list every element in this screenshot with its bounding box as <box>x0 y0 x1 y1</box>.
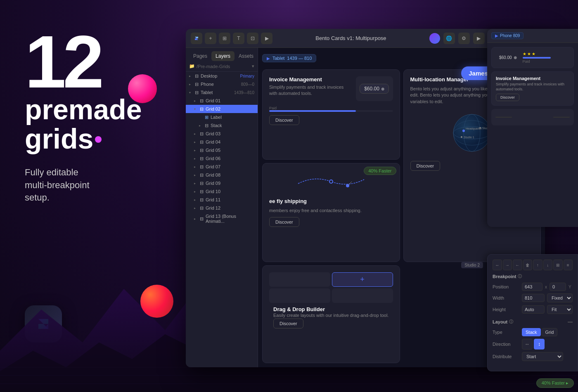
type-grid-btn[interactable]: Grid <box>542 328 558 336</box>
layer-grid11[interactable]: ▸ ⊟ Grid 11 <box>186 196 258 204</box>
layer-grid05[interactable]: ▸ ⊟ Grid 05 <box>186 146 258 154</box>
framer-menu-icon[interactable] <box>191 33 202 44</box>
prop-icon-7[interactable]: ⊞ <box>553 260 563 270</box>
shipping-discover-btn[interactable]: Discover <box>269 217 299 227</box>
expand-icon: ▸ <box>189 83 192 86</box>
studio2-label: Studio 2 <box>461 262 483 268</box>
width-input[interactable] <box>522 294 545 302</box>
text-icon[interactable]: T <box>233 33 244 44</box>
dnd-cell-3 <box>269 288 330 303</box>
layer-grid08[interactable]: ▸ ⊟ Grid 08 <box>186 171 258 179</box>
phone-header: ▶ Phone 809 <box>487 29 578 43</box>
shipping-desc: members enjoy free and contactless shipp… <box>269 208 393 214</box>
layer-tablet[interactable]: ▾ ⊟ Tablet 1439—810 <box>186 88 258 97</box>
globe-icon[interactable]: 🌐 <box>443 33 455 44</box>
tablet-layer-icon: ⊟ <box>194 90 199 95</box>
svg-point-11 <box>461 136 462 138</box>
layer-grid03[interactable]: ▸ ⊟ Grid 03 <box>186 130 258 138</box>
dnd-desc: Easily create layouts with our intuitive… <box>273 312 393 319</box>
layer-grid04[interactable]: ▸ ⊟ Grid 04 <box>186 138 258 146</box>
dir-vertical-btn[interactable]: ↕ <box>534 339 545 349</box>
distribute-select[interactable]: Start Center End Space Between <box>522 352 563 361</box>
phone-progress <box>523 57 569 59</box>
layer-grid01[interactable]: ▸ ⊟ Grid 01 <box>186 97 258 105</box>
panel-path: 📁 /Pre-made-Grids ▾ <box>186 61 258 72</box>
progress-bar <box>269 110 393 112</box>
layout-section: Layout ⓘ — Type Stack Grid Direction ↔ ↕… <box>493 319 573 361</box>
progress-fill <box>269 110 356 112</box>
prop-icon-1[interactable]: ↔ <box>493 260 502 270</box>
layer-grid12[interactable]: ▸ ⊟ Grid 12 <box>186 204 258 212</box>
width-mode-select[interactable]: Fixed Fill Hug <box>547 293 573 302</box>
position-x-input[interactable] <box>522 283 542 291</box>
desktop-layer-icon: ⊟ <box>194 73 199 78</box>
tab-layers[interactable]: Layers <box>211 51 235 61</box>
cursor-in-badge: ⊕ <box>381 87 384 91</box>
tab-assets[interactable]: Assets <box>235 51 258 61</box>
type-btn-group: Stack Grid <box>522 328 557 336</box>
layout-title: Layout ⓘ — <box>493 319 573 325</box>
shipping-card: 40% Faster ee fly shipping members enjoy… <box>262 163 400 262</box>
breakpoint-title: Breakpoint ⓘ <box>493 274 573 279</box>
invoice-visual: $60.00 ⊕ <box>356 76 393 101</box>
direction-buttons: ↔ ↕ <box>522 339 545 349</box>
properties-toolbar: ↔ → ← 🗑 ↑ ↓ ⊞ ≡ <box>493 260 573 270</box>
phone-content: $60.00 ⊕ ★ ★ ★ Paid <box>487 43 578 130</box>
prop-icon-3[interactable]: ← <box>513 260 522 270</box>
faster-badge-container: 40% Faster <box>364 167 396 175</box>
big-number: 12 <box>25 25 165 99</box>
path-chevron: ▾ <box>252 64 254 69</box>
svg-point-13 <box>479 127 481 129</box>
accent-dot <box>95 136 102 143</box>
prop-icon-8[interactable]: ≡ <box>564 260 573 270</box>
phone-discover-btn[interactable]: Discover <box>496 94 519 101</box>
distribute-row: Distribute Start Center End Space Betwee… <box>493 352 573 361</box>
invoice-discover-btn[interactable]: Discover <box>269 115 299 125</box>
position-row: Position x Y <box>493 283 573 291</box>
grid-icon[interactable]: ⊞ <box>219 33 230 44</box>
prop-icon-2[interactable]: → <box>503 260 512 270</box>
play-icon[interactable]: ▶ <box>473 33 485 44</box>
layout-minus[interactable]: — <box>568 319 573 325</box>
prop-icon-5[interactable]: ↑ <box>533 260 542 270</box>
dir-horizontal-btn[interactable]: ↔ <box>522 339 533 349</box>
position-y-input[interactable] <box>550 283 566 291</box>
layer-phone[interactable]: ▸ ⊟ Phone 809—0 <box>186 80 258 88</box>
layer-grid10[interactable]: ▸ ⊟ Grid 10 <box>186 187 258 196</box>
height-input[interactable] <box>522 305 545 314</box>
add-icon[interactable]: + <box>205 33 216 44</box>
prop-icon-6[interactable]: ↓ <box>543 260 553 270</box>
svg-point-9 <box>462 130 465 132</box>
layer-grid09[interactable]: ▸ ⊟ Grid 09 <box>186 179 258 187</box>
toolbar-title: Bento Cards v1: Multipurpose <box>276 35 426 41</box>
bp-play-icon: ▶ <box>267 56 270 61</box>
multi-location-discover-btn[interactable]: Discover <box>410 161 441 171</box>
path-icon: 📁 <box>189 64 195 69</box>
faster-badge: 40% Faster <box>364 167 396 175</box>
media-icon[interactable]: ▶ <box>261 33 272 44</box>
width-row: Width Fixed Fill Hug <box>493 293 573 302</box>
prop-trash-icon[interactable]: 🗑 <box>523 260 533 270</box>
layer-grid07[interactable]: ▸ ⊟ Grid 07 <box>186 163 258 171</box>
type-stack-btn[interactable]: Stack <box>522 328 541 336</box>
dnd-card: + Drag & Drop Builder Easily create layo… <box>262 265 400 363</box>
paid-label: Paid <box>269 106 393 110</box>
layer-label[interactable]: ⊞ Label <box>186 113 258 121</box>
tab-pages[interactable]: Pages <box>189 51 211 61</box>
svg-text:Studio 1: Studio 1 <box>464 136 474 139</box>
layer-desktop[interactable]: ▸ ⊟ Desktop Primary <box>186 72 258 80</box>
layer-grid06[interactable]: ▸ ⊟ Grid 06 <box>186 154 258 163</box>
layer-grid02[interactable]: ▾ ⊟ Grid 02 <box>186 105 258 113</box>
shipping-title: ee fly shipping <box>269 198 393 204</box>
settings-icon[interactable]: ⚙ <box>458 33 470 44</box>
component-icon[interactable]: ⊡ <box>247 33 258 44</box>
dnd-title: Drag & Drop Builder <box>273 306 393 312</box>
phone-stars: ★ ★ ★ <box>523 52 569 56</box>
dnd-discover-btn[interactable]: Discover <box>273 319 303 328</box>
height-mode-select[interactable]: Fit Fill Fixed <box>547 305 573 314</box>
layer-grid13[interactable]: ▸ ⊟ Grid 13 (Bonus Animati... <box>186 212 258 225</box>
layer-stack[interactable]: ▸ ⊟ Stack <box>186 121 258 130</box>
svg-line-17 <box>348 182 352 186</box>
expand-icon: ▸ <box>189 74 192 78</box>
left-panel: 12 premade grids Fully editable multi-br… <box>0 0 190 392</box>
